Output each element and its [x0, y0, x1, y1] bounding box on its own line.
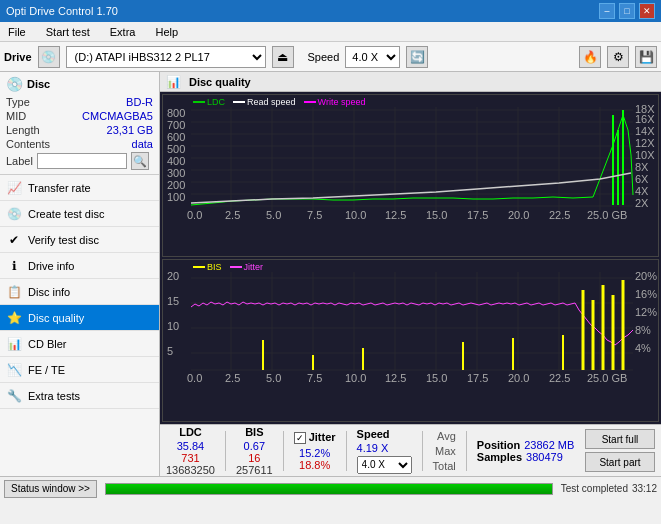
svg-text:2.5: 2.5	[225, 372, 240, 384]
menu-file[interactable]: File	[4, 24, 30, 40]
jitter-legend-color	[230, 266, 242, 268]
svg-text:400: 400	[167, 155, 185, 167]
bis-max-value: 16	[248, 452, 260, 464]
bis-avg-value: 0.67	[244, 440, 265, 452]
svg-text:0.0: 0.0	[187, 372, 202, 384]
top-legend: LDC Read speed Write speed	[193, 97, 365, 107]
status-window-button[interactable]: Status window >>	[4, 480, 97, 498]
progress-bar-fill	[106, 484, 552, 494]
cd-bler-icon: 📊	[6, 337, 22, 351]
readspeed-legend-item: Read speed	[233, 97, 296, 107]
disc-panel-title: Disc	[27, 78, 50, 90]
bottom-legend: BIS Jitter	[193, 262, 263, 272]
fe-te-icon: 📉	[6, 363, 22, 377]
top-chart-svg: 800 700 600 500 400 300 200 100 18X 16X …	[163, 95, 658, 256]
burn-button[interactable]: 🔥	[579, 46, 601, 68]
svg-text:12X: 12X	[635, 137, 655, 149]
action-buttons: Start full Start part	[585, 429, 655, 472]
svg-text:12%: 12%	[635, 306, 657, 318]
svg-text:200: 200	[167, 179, 185, 191]
jitter-max-value: 18.8%	[294, 459, 336, 471]
drive-icon: 💿	[38, 46, 60, 68]
save-button[interactable]: 💾	[635, 46, 657, 68]
start-part-button[interactable]: Start part	[585, 452, 655, 472]
svg-text:20: 20	[167, 270, 179, 282]
sidebar-item-create-test-disc[interactable]: 💿 Create test disc	[0, 201, 159, 227]
speed-section-label: Speed	[357, 428, 412, 440]
disc-label-input[interactable]	[37, 153, 127, 169]
svg-text:700: 700	[167, 119, 185, 131]
sidebar-item-extra-tests[interactable]: 🔧 Extra tests	[0, 383, 159, 409]
svg-text:7.5: 7.5	[307, 209, 322, 221]
progress-bar-container	[105, 483, 553, 495]
svg-text:16%: 16%	[635, 288, 657, 300]
sidebar-item-transfer-rate-label: Transfer rate	[28, 182, 91, 194]
speed-section-select[interactable]: 4.0 X	[357, 456, 412, 474]
disc-length-value: 23,31 GB	[107, 124, 153, 136]
ldc-legend-item: LDC	[193, 97, 225, 107]
maximize-button[interactable]: □	[619, 3, 635, 19]
menu-help[interactable]: Help	[151, 24, 182, 40]
svg-text:8%: 8%	[635, 324, 651, 336]
disc-contents-label: Contents	[6, 138, 50, 150]
sidebar-item-cd-bler-label: CD Bler	[28, 338, 67, 350]
settings-button[interactable]: ⚙	[607, 46, 629, 68]
bis-header: BIS	[245, 426, 263, 438]
refresh-button[interactable]: 🔄	[406, 46, 428, 68]
svg-text:22.5: 22.5	[549, 209, 570, 221]
drive-label: Drive	[4, 51, 32, 63]
stats-divider-1	[225, 431, 226, 471]
readspeed-legend-label: Read speed	[247, 97, 296, 107]
sidebar-item-verify-test-disc[interactable]: ✔ Verify test disc	[0, 227, 159, 253]
bis-legend-item: BIS	[193, 262, 222, 272]
svg-text:600: 600	[167, 131, 185, 143]
ldc-avg-value: 35.84	[177, 440, 205, 452]
sidebar-item-drive-info[interactable]: ℹ Drive info	[0, 253, 159, 279]
ldc-header: LDC	[179, 426, 202, 438]
sidebar-item-fe-te[interactable]: 📉 FE / TE	[0, 357, 159, 383]
menu-start-test[interactable]: Start test	[42, 24, 94, 40]
svg-text:20%: 20%	[635, 270, 657, 282]
chart-header: 📊 Disc quality	[160, 72, 661, 92]
svg-text:10.0: 10.0	[345, 372, 366, 384]
menubar: File Start test Extra Help	[0, 22, 661, 42]
sidebar-nav: 📈 Transfer rate 💿 Create test disc ✔ Ver…	[0, 175, 159, 409]
jitter-avg-value: 15.2%	[294, 447, 336, 459]
svg-text:25.0 GB: 25.0 GB	[587, 209, 627, 221]
svg-text:10X: 10X	[635, 149, 655, 161]
minimize-button[interactable]: –	[599, 3, 615, 19]
close-button[interactable]: ✕	[639, 3, 655, 19]
extra-tests-icon: 🔧	[6, 389, 22, 403]
jitter-checkbox[interactable]: ✓	[294, 432, 306, 444]
sidebar-item-cd-bler[interactable]: 📊 CD Bler	[0, 331, 159, 357]
disc-panel-icon: 💿	[6, 76, 23, 92]
bis-legend-label: BIS	[207, 262, 222, 272]
samples-value: 380479	[526, 451, 563, 463]
sidebar-item-transfer-rate[interactable]: 📈 Transfer rate	[0, 175, 159, 201]
sidebar-item-disc-info[interactable]: 📋 Disc info	[0, 279, 159, 305]
sidebar-item-create-test-disc-label: Create test disc	[28, 208, 104, 220]
eject-button[interactable]: ⏏	[272, 46, 294, 68]
drive-select[interactable]: (D:) ATAPI iHBS312 2 PL17	[66, 46, 266, 68]
disc-type-label: Type	[6, 96, 30, 108]
svg-text:6X: 6X	[635, 173, 649, 185]
create-test-disc-icon: 💿	[6, 207, 22, 221]
svg-text:12.5: 12.5	[385, 372, 406, 384]
svg-text:22.5: 22.5	[549, 372, 570, 384]
svg-text:15.0: 15.0	[426, 372, 447, 384]
stats-bar: LDC 35.84 731 13683250 BIS 0.67 16 25761…	[160, 424, 661, 476]
disc-label-label: Label	[6, 155, 33, 167]
writespeed-legend-color	[304, 101, 316, 103]
start-full-button[interactable]: Start full	[585, 429, 655, 449]
bis-legend-color	[193, 266, 205, 268]
menu-extra[interactable]: Extra	[106, 24, 140, 40]
writespeed-legend-item: Write speed	[304, 97, 366, 107]
statusbar: Status window >> Test completed 33:12	[0, 476, 661, 500]
sidebar-item-disc-quality[interactable]: ⭐ Disc quality	[0, 305, 159, 331]
ldc-legend-color	[193, 101, 205, 103]
jitter-legend-label: Jitter	[244, 262, 264, 272]
disc-label-button[interactable]: 🔍	[131, 152, 149, 170]
chart-title: Disc quality	[189, 76, 251, 88]
position-label: Position	[477, 439, 520, 451]
speed-select[interactable]: 4.0 X	[345, 46, 400, 68]
